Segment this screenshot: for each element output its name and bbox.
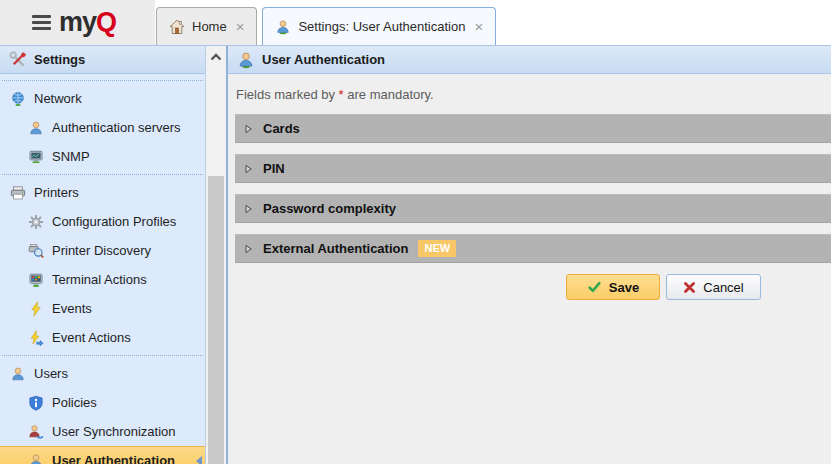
sidebar-item-printers[interactable]: Printers (0, 178, 205, 207)
main-panel: User Authentication Fields marked by * a… (228, 46, 831, 464)
top-bar: myQ Home × Settings: User Authentication… (0, 0, 831, 45)
sidebar-item-snmp[interactable]: SNMP (0, 142, 205, 171)
section-external-authentication[interactable]: External Authentication NEW (235, 234, 831, 263)
user-auth-icon (237, 51, 255, 69)
close-icon[interactable]: × (234, 19, 247, 34)
save-button-label: Save (609, 280, 639, 295)
sidebar-item-label: Policies (52, 395, 97, 410)
section-pin[interactable]: PIN (235, 154, 831, 183)
sidebar-item-label: Events (52, 301, 92, 316)
sidebar-item-printer-discovery[interactable]: Printer Discovery (0, 236, 205, 265)
separator (2, 80, 203, 81)
sidebar-item-policies[interactable]: Policies (0, 388, 205, 417)
logo-text-my: my (59, 7, 96, 37)
sidebar-item-users[interactable]: Users (0, 359, 205, 388)
sidebar-item-terminal-actions[interactable]: Terminal Actions (0, 265, 205, 294)
section-label: Password complexity (263, 201, 396, 216)
settings-content: Fields marked by * are mandatory. Cards … (228, 74, 831, 464)
section-password-complexity[interactable]: Password complexity (235, 194, 831, 223)
sidebar-item-label: Configuration Profiles (52, 214, 176, 229)
printer-search-icon (28, 243, 44, 259)
printer-icon (10, 185, 26, 201)
logo-text-q: Q (96, 7, 116, 37)
section-label: External Authentication (263, 241, 408, 256)
sidebar-item-label: Users (34, 366, 68, 381)
separator (2, 355, 203, 356)
myq-app-window: myQ Home × Settings: User Authentication… (0, 0, 831, 464)
tab-home[interactable]: Home × (156, 7, 257, 45)
gear-icon (28, 214, 44, 230)
user-auth-icon (28, 453, 44, 464)
cross-icon (683, 281, 696, 294)
save-button[interactable]: Save (566, 274, 660, 300)
note-text: Fields marked by (236, 87, 339, 102)
sidebar-title: Settings (34, 52, 85, 67)
expand-triangle-icon (243, 204, 253, 214)
sidebar-item-label: Authentication servers (52, 120, 181, 135)
note-text: are mandatory. (344, 87, 434, 102)
sidebar-item-label: SNMP (52, 149, 90, 164)
sidebar-item-label: User Authentication (52, 453, 175, 464)
sidebar-list: Network Authentication servers SNMP (0, 74, 205, 464)
sidebar-item-user-authentication[interactable]: User Authentication (0, 446, 205, 464)
shield-info-icon (28, 395, 44, 411)
section-label: Cards (263, 121, 300, 136)
sidebar-item-label: Event Actions (52, 330, 131, 345)
main-header: User Authentication (228, 46, 831, 74)
expand-triangle-icon (243, 244, 253, 254)
page-title: User Authentication (262, 52, 385, 67)
tab-settings-user-authentication[interactable]: Settings: User Authentication × (262, 7, 496, 45)
cancel-button[interactable]: Cancel (666, 274, 761, 300)
sidebar-item-label: Terminal Actions (52, 272, 147, 287)
sidebar-item-label: User Synchronization (52, 424, 176, 439)
terminal-icon (28, 272, 44, 288)
tools-icon (9, 51, 27, 69)
sidebar-item-authentication-servers[interactable]: Authentication servers (0, 113, 205, 142)
user-icon (10, 366, 26, 382)
mandatory-note: Fields marked by * are mandatory. (235, 87, 831, 102)
sidebar-scrollbar[interactable] (205, 46, 228, 464)
sidebar-item-label: Network (34, 91, 82, 106)
user-icon (275, 19, 291, 35)
monitor-icon (28, 149, 44, 165)
scroll-up-icon[interactable] (206, 46, 226, 67)
globe-icon (10, 91, 26, 107)
new-badge: NEW (418, 240, 456, 257)
sidebar-item-configuration-profiles[interactable]: Configuration Profiles (0, 207, 205, 236)
user-sync-icon (28, 424, 44, 440)
sidebar-item-event-actions[interactable]: Event Actions (0, 323, 205, 352)
sidebar-item-label: Printer Discovery (52, 243, 151, 258)
user-icon (28, 120, 44, 136)
section-cards[interactable]: Cards (235, 114, 831, 143)
lightning-icon (28, 301, 44, 317)
tab-home-label: Home (192, 19, 227, 34)
selected-marker-icon (195, 455, 203, 464)
menu-icon[interactable] (32, 15, 51, 30)
check-icon (587, 280, 602, 294)
tab-settings-label: Settings: User Authentication (298, 19, 465, 34)
sidebar-item-events[interactable]: Events (0, 294, 205, 323)
sidebar-item-user-synchronization[interactable]: User Synchronization (0, 417, 205, 446)
body: Settings Network Authentication servers (0, 45, 831, 464)
cancel-button-label: Cancel (703, 280, 743, 295)
separator (2, 174, 203, 175)
expand-triangle-icon (243, 124, 253, 134)
myq-logo: myQ (59, 9, 116, 36)
lightning-arrow-icon (28, 330, 44, 346)
expand-triangle-icon (243, 164, 253, 174)
scrollbar-thumb[interactable] (208, 176, 224, 464)
brand-area: myQ (0, 0, 155, 45)
home-icon (169, 19, 185, 35)
close-icon[interactable]: × (472, 19, 485, 34)
settings-sidebar: Settings Network Authentication servers (0, 46, 205, 464)
sidebar-header: Settings (0, 46, 205, 74)
sidebar-item-network[interactable]: Network (0, 84, 205, 113)
section-label: PIN (263, 161, 285, 176)
sidebar-item-label: Printers (34, 185, 79, 200)
button-row: Save Cancel (235, 274, 831, 300)
